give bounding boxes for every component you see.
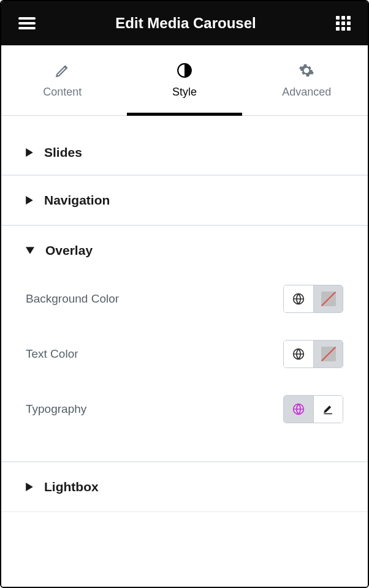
typography-edit-button[interactable] xyxy=(313,396,343,423)
panel-title: Edit Media Carousel xyxy=(115,15,256,32)
gear-icon xyxy=(299,62,314,78)
color-picker-button[interactable] xyxy=(313,285,343,312)
pencil-edit-icon xyxy=(322,403,335,415)
section-header-navigation[interactable]: Navigation xyxy=(1,175,368,225)
tab-content[interactable]: Content xyxy=(1,45,123,115)
global-color-button[interactable] xyxy=(284,285,313,312)
tab-label-advanced: Advanced xyxy=(282,86,331,99)
caret-down-icon xyxy=(26,247,34,254)
tab-style[interactable]: Style xyxy=(123,45,245,115)
globe-icon xyxy=(292,403,305,415)
control-buttons-text-color xyxy=(283,340,343,368)
section-header-overlay[interactable]: Overlay xyxy=(1,225,368,265)
global-typography-button[interactable] xyxy=(284,396,313,423)
contrast-icon xyxy=(177,62,192,78)
tab-advanced[interactable]: Advanced xyxy=(246,45,368,115)
section-title-navigation: Navigation xyxy=(44,193,110,208)
pencil-icon xyxy=(55,62,70,78)
apps-grid-icon[interactable] xyxy=(336,16,351,31)
control-background-color: Background Color xyxy=(26,271,343,326)
control-label-text-color: Text Color xyxy=(26,347,78,361)
caret-right-icon xyxy=(26,196,33,205)
control-text-color: Text Color xyxy=(26,326,343,382)
control-label-bg-color: Background Color xyxy=(26,292,119,306)
color-swatch-empty-icon xyxy=(321,292,336,306)
tabs-bar: Content Style Advanced xyxy=(1,45,368,116)
section-header-slides[interactable]: Slides xyxy=(1,116,368,175)
tab-label-style: Style xyxy=(172,86,197,99)
global-color-button[interactable] xyxy=(284,341,313,368)
section-header-lightbox[interactable]: Lightbox xyxy=(1,462,368,511)
section-body-overlay: Background Color Text Color xyxy=(1,265,368,461)
color-swatch-empty-icon xyxy=(321,347,336,361)
globe-icon xyxy=(292,293,305,305)
control-typography: Typography xyxy=(26,382,343,437)
section-title-lightbox: Lightbox xyxy=(44,480,99,494)
tab-label-content: Content xyxy=(43,86,82,99)
control-buttons-bg-color xyxy=(283,285,343,313)
panel-body: Slides Navigation Overlay Background Col… xyxy=(1,116,368,587)
color-picker-button[interactable] xyxy=(313,341,343,368)
menu-icon[interactable] xyxy=(18,17,36,29)
globe-icon xyxy=(292,348,305,360)
panel-header: Edit Media Carousel xyxy=(1,1,368,45)
caret-right-icon xyxy=(26,148,33,157)
caret-right-icon xyxy=(26,483,33,491)
section-title-overlay: Overlay xyxy=(45,243,93,258)
section-title-slides: Slides xyxy=(44,145,82,160)
control-buttons-typography xyxy=(283,395,343,423)
control-label-typography: Typography xyxy=(26,402,86,416)
